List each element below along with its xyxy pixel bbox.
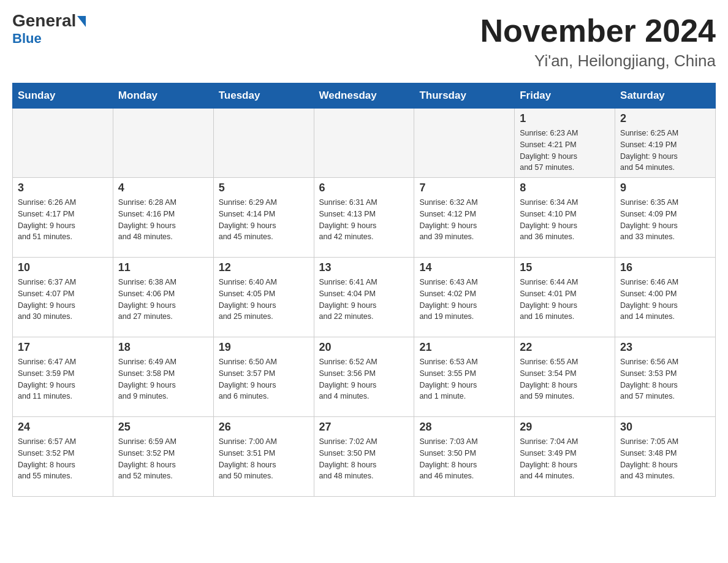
calendar-cell: 9Sunrise: 6:35 AM Sunset: 4:09 PM Daylig… bbox=[615, 178, 716, 258]
day-info: Sunrise: 6:34 AM Sunset: 4:10 PM Dayligh… bbox=[520, 197, 610, 243]
day-info: Sunrise: 6:47 AM Sunset: 3:59 PM Dayligh… bbox=[18, 356, 108, 402]
calendar-week-row-3: 10Sunrise: 6:37 AM Sunset: 4:07 PM Dayli… bbox=[13, 258, 716, 337]
calendar-cell: 5Sunrise: 6:29 AM Sunset: 4:14 PM Daylig… bbox=[213, 178, 314, 258]
day-number: 15 bbox=[520, 261, 610, 274]
calendar-cell: 29Sunrise: 7:04 AM Sunset: 3:49 PM Dayli… bbox=[515, 417, 615, 497]
calendar-cell: 28Sunrise: 7:03 AM Sunset: 3:50 PM Dayli… bbox=[414, 417, 515, 497]
calendar-cell bbox=[113, 109, 213, 178]
calendar-cell: 22Sunrise: 6:55 AM Sunset: 3:54 PM Dayli… bbox=[515, 337, 615, 417]
day-number: 21 bbox=[419, 341, 509, 354]
calendar-cell bbox=[213, 109, 314, 178]
day-number: 10 bbox=[18, 261, 108, 274]
day-number: 13 bbox=[319, 261, 409, 274]
day-info: Sunrise: 6:52 AM Sunset: 3:56 PM Dayligh… bbox=[319, 356, 409, 402]
day-info: Sunrise: 6:59 AM Sunset: 3:52 PM Dayligh… bbox=[118, 436, 208, 482]
page-header: General Blue November 2024 Yi'an, Heilon… bbox=[12, 12, 716, 71]
calendar-cell: 15Sunrise: 6:44 AM Sunset: 4:01 PM Dayli… bbox=[515, 258, 615, 337]
day-info: Sunrise: 6:23 AM Sunset: 4:21 PM Dayligh… bbox=[520, 128, 610, 174]
day-number: 19 bbox=[219, 341, 309, 354]
calendar-cell: 6Sunrise: 6:31 AM Sunset: 4:13 PM Daylig… bbox=[314, 178, 414, 258]
day-info: Sunrise: 7:03 AM Sunset: 3:50 PM Dayligh… bbox=[419, 436, 509, 482]
calendar-cell: 16Sunrise: 6:46 AM Sunset: 4:00 PM Dayli… bbox=[615, 258, 716, 337]
calendar-cell: 25Sunrise: 6:59 AM Sunset: 3:52 PM Dayli… bbox=[113, 417, 213, 497]
day-number: 3 bbox=[18, 182, 108, 194]
day-info: Sunrise: 6:31 AM Sunset: 4:13 PM Dayligh… bbox=[319, 197, 409, 243]
day-info: Sunrise: 6:56 AM Sunset: 3:53 PM Dayligh… bbox=[620, 356, 710, 402]
day-info: Sunrise: 6:28 AM Sunset: 4:16 PM Dayligh… bbox=[118, 197, 208, 243]
calendar-cell bbox=[13, 109, 113, 178]
calendar-cell: 13Sunrise: 6:41 AM Sunset: 4:04 PM Dayli… bbox=[314, 258, 414, 337]
day-number: 7 bbox=[419, 182, 509, 194]
day-info: Sunrise: 6:35 AM Sunset: 4:09 PM Dayligh… bbox=[620, 197, 710, 243]
calendar-cell: 26Sunrise: 7:00 AM Sunset: 3:51 PM Dayli… bbox=[213, 417, 314, 497]
day-number: 6 bbox=[319, 182, 409, 194]
day-info: Sunrise: 6:55 AM Sunset: 3:54 PM Dayligh… bbox=[520, 356, 610, 402]
calendar-cell: 1Sunrise: 6:23 AM Sunset: 4:21 PM Daylig… bbox=[515, 109, 615, 178]
calendar-cell: 17Sunrise: 6:47 AM Sunset: 3:59 PM Dayli… bbox=[13, 337, 113, 417]
day-number: 2 bbox=[620, 112, 710, 125]
day-info: Sunrise: 7:02 AM Sunset: 3:50 PM Dayligh… bbox=[319, 436, 409, 482]
day-info: Sunrise: 6:50 AM Sunset: 3:57 PM Dayligh… bbox=[219, 356, 309, 402]
day-number: 28 bbox=[419, 421, 509, 434]
logo-text-blue: Blue bbox=[12, 31, 42, 47]
calendar-cell: 18Sunrise: 6:49 AM Sunset: 3:58 PM Dayli… bbox=[113, 337, 213, 417]
day-number: 25 bbox=[118, 421, 208, 434]
day-number: 8 bbox=[520, 182, 610, 194]
weekday-header-monday: Monday bbox=[113, 83, 213, 109]
day-info: Sunrise: 6:38 AM Sunset: 4:06 PM Dayligh… bbox=[118, 277, 208, 323]
calendar-week-row-2: 3Sunrise: 6:26 AM Sunset: 4:17 PM Daylig… bbox=[13, 178, 716, 258]
day-info: Sunrise: 6:46 AM Sunset: 4:00 PM Dayligh… bbox=[620, 277, 710, 323]
day-number: 1 bbox=[520, 112, 610, 125]
day-number: 30 bbox=[620, 421, 710, 434]
day-number: 20 bbox=[319, 341, 409, 354]
day-info: Sunrise: 6:37 AM Sunset: 4:07 PM Dayligh… bbox=[18, 277, 108, 323]
day-number: 5 bbox=[219, 182, 309, 194]
title-section: November 2024 Yi'an, Heilongjiang, China bbox=[480, 12, 716, 71]
day-number: 12 bbox=[219, 261, 309, 274]
day-info: Sunrise: 6:26 AM Sunset: 4:17 PM Dayligh… bbox=[18, 197, 108, 243]
day-info: Sunrise: 6:29 AM Sunset: 4:14 PM Dayligh… bbox=[219, 197, 309, 243]
location: Yi'an, Heilongjiang, China bbox=[480, 52, 716, 71]
day-number: 16 bbox=[620, 261, 710, 274]
day-number: 9 bbox=[620, 182, 710, 194]
day-info: Sunrise: 7:05 AM Sunset: 3:48 PM Dayligh… bbox=[620, 436, 710, 482]
day-info: Sunrise: 6:44 AM Sunset: 4:01 PM Dayligh… bbox=[520, 277, 610, 323]
day-number: 4 bbox=[118, 182, 208, 194]
day-info: Sunrise: 7:00 AM Sunset: 3:51 PM Dayligh… bbox=[219, 436, 309, 482]
day-number: 11 bbox=[118, 261, 208, 274]
calendar-cell: 19Sunrise: 6:50 AM Sunset: 3:57 PM Dayli… bbox=[213, 337, 314, 417]
calendar-cell: 12Sunrise: 6:40 AM Sunset: 4:05 PM Dayli… bbox=[213, 258, 314, 337]
day-info: Sunrise: 6:40 AM Sunset: 4:05 PM Dayligh… bbox=[219, 277, 309, 323]
weekday-header-tuesday: Tuesday bbox=[213, 83, 314, 109]
weekday-header-friday: Friday bbox=[515, 83, 615, 109]
calendar-cell: 27Sunrise: 7:02 AM Sunset: 3:50 PM Dayli… bbox=[314, 417, 414, 497]
day-number: 14 bbox=[419, 261, 509, 274]
day-info: Sunrise: 7:04 AM Sunset: 3:49 PM Dayligh… bbox=[520, 436, 610, 482]
day-number: 23 bbox=[620, 341, 710, 354]
day-info: Sunrise: 6:53 AM Sunset: 3:55 PM Dayligh… bbox=[419, 356, 509, 402]
day-number: 17 bbox=[18, 341, 108, 354]
weekday-header-sunday: Sunday bbox=[13, 83, 113, 109]
calendar-cell: 11Sunrise: 6:38 AM Sunset: 4:06 PM Dayli… bbox=[113, 258, 213, 337]
calendar-cell: 21Sunrise: 6:53 AM Sunset: 3:55 PM Dayli… bbox=[414, 337, 515, 417]
day-number: 22 bbox=[520, 341, 610, 354]
day-number: 24 bbox=[18, 421, 108, 434]
logo-arrow-icon bbox=[77, 16, 86, 27]
day-number: 27 bbox=[319, 421, 409, 434]
day-info: Sunrise: 6:32 AM Sunset: 4:12 PM Dayligh… bbox=[419, 197, 509, 243]
calendar-cell: 7Sunrise: 6:32 AM Sunset: 4:12 PM Daylig… bbox=[414, 178, 515, 258]
day-info: Sunrise: 6:57 AM Sunset: 3:52 PM Dayligh… bbox=[18, 436, 108, 482]
calendar-cell: 2Sunrise: 6:25 AM Sunset: 4:19 PM Daylig… bbox=[615, 109, 716, 178]
calendar-cell: 10Sunrise: 6:37 AM Sunset: 4:07 PM Dayli… bbox=[13, 258, 113, 337]
day-info: Sunrise: 6:49 AM Sunset: 3:58 PM Dayligh… bbox=[118, 356, 208, 402]
day-info: Sunrise: 6:41 AM Sunset: 4:04 PM Dayligh… bbox=[319, 277, 409, 323]
calendar-cell bbox=[414, 109, 515, 178]
calendar-cell: 3Sunrise: 6:26 AM Sunset: 4:17 PM Daylig… bbox=[13, 178, 113, 258]
weekday-header-thursday: Thursday bbox=[414, 83, 515, 109]
calendar-cell: 20Sunrise: 6:52 AM Sunset: 3:56 PM Dayli… bbox=[314, 337, 414, 417]
calendar-cell: 8Sunrise: 6:34 AM Sunset: 4:10 PM Daylig… bbox=[515, 178, 615, 258]
calendar-week-row-1: 1Sunrise: 6:23 AM Sunset: 4:21 PM Daylig… bbox=[13, 109, 716, 178]
calendar-cell: 23Sunrise: 6:56 AM Sunset: 3:53 PM Dayli… bbox=[615, 337, 716, 417]
calendar-cell: 24Sunrise: 6:57 AM Sunset: 3:52 PM Dayli… bbox=[13, 417, 113, 497]
calendar-cell: 4Sunrise: 6:28 AM Sunset: 4:16 PM Daylig… bbox=[113, 178, 213, 258]
